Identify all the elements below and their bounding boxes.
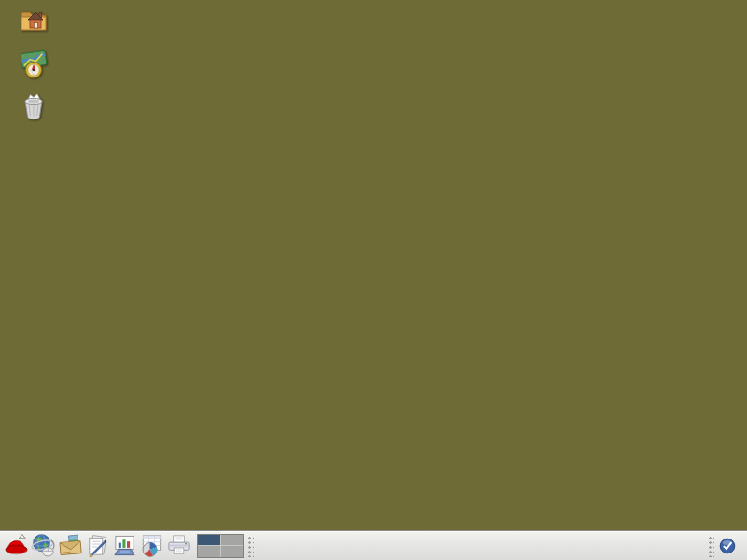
globe-mouse-icon	[31, 533, 56, 558]
word-processor-button[interactable]	[84, 532, 111, 560]
pie-chart-sheet-icon	[139, 533, 164, 558]
taskbar	[0, 530, 747, 560]
envelope-photo-icon	[58, 533, 83, 558]
update-check-icon	[719, 538, 736, 554]
desktop-icon-johns-home[interactable]	[2, 4, 65, 36]
main-menu-button[interactable]	[3, 532, 30, 560]
printer-icon	[166, 533, 191, 558]
panel-drag-handle-left[interactable]	[247, 535, 254, 557]
workspace-3[interactable]	[198, 546, 220, 557]
workspace-switcher[interactable]	[197, 534, 244, 558]
trash-icon	[18, 91, 49, 122]
workspace-1[interactable]	[198, 535, 220, 546]
desktop-icon-start-here[interactable]	[2, 49, 65, 81]
desktop[interactable]	[0, 0, 747, 530]
workspace-2[interactable]	[221, 535, 244, 546]
home-folder-icon	[18, 4, 49, 35]
panel-drag-handle-right[interactable]	[707, 535, 714, 557]
start-here-icon	[18, 49, 49, 80]
documents-pen-icon	[85, 533, 110, 558]
web-browser-button[interactable]	[30, 532, 57, 560]
red-hat-icon	[4, 533, 29, 558]
spreadsheet-button[interactable]	[138, 532, 165, 560]
wallpaper-coneflowers	[0, 0, 747, 530]
bar-chart-screen-icon	[112, 533, 137, 558]
desktop-icon-trash[interactable]	[2, 91, 65, 123]
print-manager-button[interactable]	[165, 532, 192, 560]
email-button[interactable]	[57, 532, 84, 560]
screen	[0, 0, 747, 560]
workspace-4[interactable]	[221, 546, 244, 557]
presentation-button[interactable]	[111, 532, 138, 560]
update-notifier-button[interactable]	[718, 537, 737, 555]
